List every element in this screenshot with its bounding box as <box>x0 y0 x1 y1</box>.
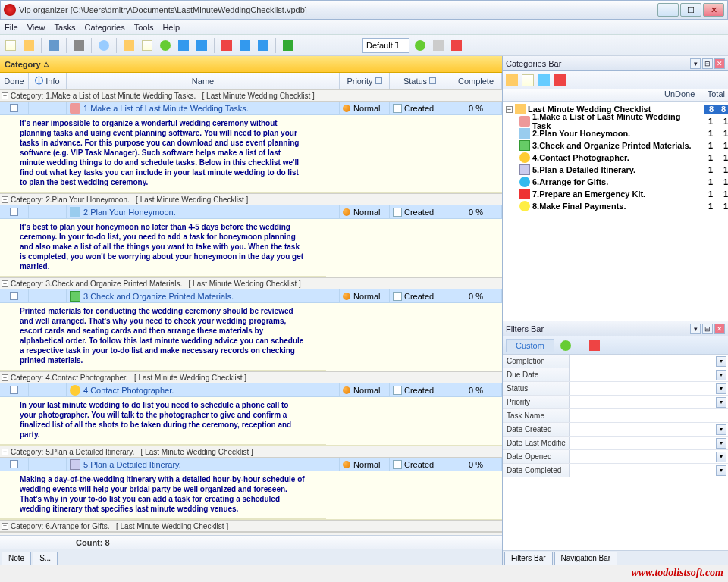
tool-button[interactable] <box>431 38 446 53</box>
col-priority[interactable]: Priority <box>340 73 390 89</box>
tree-item[interactable]: 6.Arrange for Gifts.11 <box>503 176 728 188</box>
tree-item[interactable]: 1.Make a List of Last Minute Wedding Tas… <box>503 115 728 127</box>
panel-pin-button[interactable]: ⊟ <box>702 324 713 334</box>
tool-button[interactable] <box>219 38 234 53</box>
category-row[interactable]: − Category: 5.Plan a Detailed Itinerary.… <box>0 446 502 458</box>
checkbox[interactable] <box>10 104 18 112</box>
checkbox[interactable] <box>10 292 18 300</box>
dropdown-icon[interactable] <box>429 77 436 84</box>
tree-item[interactable]: 8.Make Final Payments.11 <box>503 200 728 212</box>
clear-icon[interactable] <box>575 340 585 351</box>
menu-tools[interactable]: Tools <box>134 23 154 32</box>
filter-row[interactable]: Date Created▾ <box>503 423 728 436</box>
col-name[interactable]: Name <box>67 73 340 89</box>
expand-icon[interactable]: − <box>2 449 8 455</box>
panel-close-button[interactable]: ✕ <box>714 58 725 69</box>
menu-categories[interactable]: Categories <box>85 23 125 32</box>
tool-button[interactable] <box>413 38 428 53</box>
dropdown-icon[interactable]: ▾ <box>716 383 726 394</box>
tree-item[interactable]: 5.Plan a Detailed Itinerary.11 <box>503 164 728 176</box>
custom-filter-button[interactable]: Custom <box>506 339 554 352</box>
edit-icon[interactable] <box>538 74 550 86</box>
checkbox[interactable] <box>10 460 18 468</box>
grid-body[interactable]: − Category: 1.Make a List of Last Minute… <box>0 89 502 535</box>
new-cat-icon[interactable] <box>522 74 534 86</box>
filter-row[interactable]: Priority▾ <box>503 396 728 409</box>
apply-icon[interactable] <box>560 340 571 351</box>
tab-note[interactable]: Note <box>2 552 31 565</box>
col-status[interactable]: Status <box>390 73 450 89</box>
tree-item[interactable]: 7.Prepare an Emergency Kit.11 <box>503 188 728 200</box>
tab-navigation[interactable]: Navigation Bar <box>554 552 618 565</box>
menu-tasks[interactable]: Tasks <box>54 23 75 32</box>
filter-row[interactable]: Due Date▾ <box>503 368 728 382</box>
minimize-button[interactable]: — <box>657 3 679 17</box>
tree-item[interactable]: 4.Contact Photographer.11 <box>503 152 728 164</box>
checkbox[interactable] <box>10 386 18 394</box>
tool-button[interactable] <box>140 38 155 53</box>
filter-row[interactable]: Date Last Modifie▾ <box>503 436 728 450</box>
menu-view[interactable]: View <box>27 23 46 32</box>
delete-button[interactable] <box>449 38 464 53</box>
col-complete[interactable]: Complete <box>450 73 502 89</box>
expand-icon[interactable]: − <box>2 374 8 381</box>
task-row[interactable]: 4.Contact Photographer.NormalCreated0 % <box>0 383 502 397</box>
expand-icon[interactable]: − <box>2 196 8 203</box>
expand-icon[interactable]: − <box>2 280 8 287</box>
category-row[interactable]: − Category: 1.Make a List of Last Minute… <box>0 89 502 102</box>
task-row[interactable]: 1.Make a List of Last Minute Wedding Tas… <box>0 102 502 115</box>
search-button[interactable] <box>96 38 111 53</box>
tree-item[interactable]: 2.Plan Your Honeymoon.11 <box>503 127 728 139</box>
tree-item[interactable]: 3.Check and Organize Printed Materials.1… <box>503 139 728 152</box>
dropdown-icon[interactable] <box>375 77 382 84</box>
tab-filters[interactable]: Filters Bar <box>504 552 553 565</box>
tool-button[interactable] <box>158 38 173 53</box>
panel-menu-button[interactable]: ▾ <box>690 58 701 69</box>
tool-button[interactable] <box>194 38 209 53</box>
categories-tree[interactable]: −Last Minute Wedding Checklist881.Make a… <box>503 102 728 321</box>
expand-icon[interactable]: + <box>2 523 8 530</box>
col-done[interactable]: Done <box>0 73 29 89</box>
folder-icon[interactable] <box>506 74 518 86</box>
new-button[interactable] <box>3 38 18 53</box>
panel-pin-button[interactable]: ⊟ <box>702 58 713 69</box>
category-row[interactable]: − Category: 3.Check and Organize Printed… <box>0 277 502 289</box>
tool-button[interactable] <box>256 38 271 53</box>
panel-menu-button[interactable]: ▾ <box>690 324 701 334</box>
delete-filter-icon[interactable] <box>589 340 600 351</box>
col-info[interactable]: ⓘInfo <box>29 73 67 89</box>
category-row[interactable]: + Category: 6.Arrange for Gifts. [ Last … <box>0 520 502 532</box>
open-button[interactable] <box>21 38 36 53</box>
menu-help[interactable]: Help <box>162 23 180 32</box>
view-combo[interactable] <box>362 38 410 53</box>
tool-button[interactable] <box>237 38 253 53</box>
task-row[interactable]: 3.Check and Organize Printed Materials.N… <box>0 289 502 303</box>
category-row[interactable]: − Category: 4.Contact Photographer. [ La… <box>0 371 502 383</box>
filter-row[interactable]: Status▾ <box>503 382 728 396</box>
category-row[interactable]: − Category: 2.Plan Your Honeymoon. [ Las… <box>0 193 502 205</box>
menu-file[interactable]: File <box>5 23 18 32</box>
dropdown-icon[interactable]: ▾ <box>716 397 726 408</box>
tool-button[interactable] <box>176 38 191 53</box>
category-header[interactable]: Category △ <box>0 56 502 73</box>
tab-s[interactable]: S... <box>33 552 58 565</box>
expand-icon[interactable]: − <box>2 92 8 99</box>
dropdown-icon[interactable]: ▾ <box>716 438 726 449</box>
filter-row[interactable]: Date Completed▾ <box>503 464 728 477</box>
task-row[interactable]: 2.Plan Your Honeymoon.NormalCreated0 % <box>0 205 502 219</box>
dropdown-icon[interactable]: ▾ <box>716 424 726 435</box>
filter-row[interactable]: Task Name <box>503 409 728 423</box>
tool-button[interactable] <box>121 38 136 53</box>
dropdown-icon[interactable]: ▾ <box>716 465 726 476</box>
tool-button[interactable] <box>281 38 296 53</box>
task-row[interactable]: 5.Plan a Detailed Itinerary.NormalCreate… <box>0 458 502 471</box>
collapse-icon[interactable]: − <box>506 106 513 113</box>
maximize-button[interactable]: ☐ <box>680 3 701 17</box>
dropdown-icon[interactable]: ▾ <box>716 370 726 380</box>
filter-row[interactable]: Completion▾ <box>503 355 728 368</box>
dropdown-icon[interactable]: ▾ <box>716 452 726 462</box>
delete-icon[interactable] <box>554 74 566 86</box>
print-button[interactable] <box>71 38 86 53</box>
dropdown-icon[interactable]: ▾ <box>716 356 726 367</box>
close-button[interactable]: ✕ <box>703 3 724 17</box>
